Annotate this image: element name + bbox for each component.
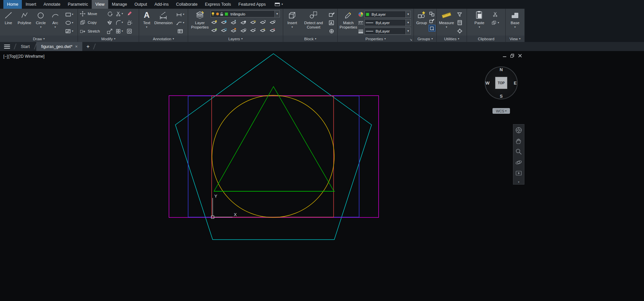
mirror-button[interactable] [105, 18, 114, 27]
menu-tab-addins[interactable]: Add-ins [151, 0, 172, 9]
viewport-view-control[interactable]: [Top] [8, 54, 17, 59]
panel-label-groups[interactable]: Groups▾ [414, 36, 436, 42]
yellow-circle[interactable] [212, 95, 334, 217]
layer-unisolate-button[interactable] [220, 28, 227, 33]
move-button[interactable]: Move [79, 11, 105, 17]
new-tab-button[interactable]: + [82, 42, 93, 51]
layer-combo[interactable]: triângulo ▼ [211, 10, 280, 17]
viewcube-east[interactable]: E [514, 81, 517, 86]
panel-label-layers[interactable]: Layers▾ [188, 36, 283, 42]
trim-button[interactable]: ▾ [114, 10, 125, 18]
menu-icon[interactable] [0, 42, 14, 51]
erase-button[interactable] [125, 10, 134, 18]
navigation-wheel-icon[interactable] [515, 127, 522, 134]
menu-tab-featured-apps[interactable]: Featured Apps [235, 0, 269, 9]
array-button[interactable]: ▾ [114, 27, 125, 36]
panel-label-clipboard[interactable]: Clipboard [467, 36, 505, 42]
layer-freeze-button[interactable] [230, 20, 237, 25]
line-button[interactable]: Line [1, 9, 16, 36]
explode-button[interactable] [125, 18, 134, 27]
menu-tab-manage[interactable]: Manage [108, 0, 131, 9]
menu-tab-output[interactable]: Output [131, 0, 151, 9]
viewcube-top-face[interactable]: TOP [495, 77, 507, 89]
pan-icon[interactable] [515, 137, 522, 145]
viewcube-west[interactable]: W [485, 81, 489, 86]
quick-select-button[interactable] [455, 10, 464, 18]
viewcube-south[interactable]: S [485, 94, 518, 99]
lineweight-combo[interactable]: ByLayer ▼ [364, 28, 411, 35]
rotate-button[interactable] [105, 10, 114, 18]
circle-button[interactable]: Circle ▾ [33, 9, 49, 36]
layer-previous-button[interactable] [250, 28, 256, 33]
layer-state-button[interactable] [269, 20, 276, 25]
viewport-visual-style-control[interactable]: [2D Wireframe] [17, 54, 45, 59]
offset-button[interactable] [125, 27, 134, 36]
copy-button[interactable]: Copy [79, 19, 105, 26]
cyan-pentagon[interactable] [175, 54, 372, 240]
dialog-launcher-icon[interactable]: ↘ [410, 38, 412, 41]
block-create-button[interactable] [327, 27, 336, 35]
zoom-icon[interactable] [515, 148, 522, 155]
id-point-button[interactable] [455, 27, 464, 35]
viewport-minimize-control[interactable]: [−] [3, 54, 8, 59]
menu-tab-view[interactable]: View [92, 0, 108, 9]
panel-label-annotation[interactable]: Annotation▾ [139, 36, 188, 42]
quick-calc-button[interactable] [455, 18, 464, 27]
panel-label-block[interactable]: Block▾ [283, 36, 337, 42]
linear-dimension-button[interactable]: ▾ [174, 10, 187, 18]
panel-label-draw[interactable]: Draw▾ [0, 36, 78, 42]
layer-lock-button[interactable] [240, 20, 247, 25]
panel-label-utilities[interactable]: Utilities▾ [437, 36, 467, 42]
copy-clip-button[interactable]: ▾ [489, 18, 501, 27]
rectangle-button[interactable]: ▾ [62, 10, 77, 18]
viewcube[interactable]: N S W E TOP [485, 66, 518, 99]
text-button[interactable]: A Text ▾ [140, 9, 153, 36]
define-attributes-button[interactable] [327, 18, 336, 27]
menu-tab-parametric[interactable]: Parametric [64, 0, 92, 9]
group-button[interactable]: Group [415, 9, 428, 36]
leader-button[interactable]: ▾ [174, 18, 187, 27]
menu-tab-insert[interactable]: Insert [22, 0, 40, 9]
file-tab-start[interactable]: Start [16, 42, 34, 51]
layer-match-button[interactable] [250, 20, 256, 25]
panel-label-properties[interactable]: Properties▾ ↘ [338, 36, 414, 42]
layer-walk-button[interactable] [259, 20, 266, 25]
wcs-dropdown[interactable]: WCS ▾ [492, 108, 510, 114]
linetype-combo[interactable]: ByLayer ▼ [364, 19, 411, 26]
group-edit-button[interactable] [428, 17, 435, 25]
layer-unlock-button[interactable] [240, 28, 247, 33]
layer-delete-button[interactable] [269, 28, 276, 33]
group-selection-toggle[interactable] [429, 25, 435, 32]
minimize-icon[interactable] [503, 54, 507, 58]
layer-on-all-button[interactable] [211, 28, 217, 33]
hatch-button[interactable]: ▾ [62, 27, 77, 35]
ungroup-button[interactable] [428, 10, 435, 17]
close-tab-icon[interactable]: × [75, 44, 78, 49]
detect-convert-button[interactable]: Detect and Convert [300, 9, 327, 36]
insert-button[interactable]: Insert ▾ [284, 9, 300, 36]
layer-isolate-button[interactable] [220, 20, 227, 25]
menu-tab-annotate[interactable]: Annotate [40, 0, 64, 9]
orbit-icon[interactable] [515, 159, 522, 166]
panel-label-view[interactable]: View▾ [506, 36, 524, 42]
layer-properties-button[interactable]: Layer Properties [189, 9, 211, 36]
dimension-button[interactable]: Dimension [153, 9, 174, 36]
ribbon-display-toggle[interactable]: ▾ [275, 0, 283, 9]
red-rectangle[interactable] [212, 96, 334, 217]
chevron-down-icon[interactable]: ▾ [518, 181, 519, 184]
fillet-button[interactable]: ▾ [114, 18, 125, 27]
panel-label-modify[interactable]: Modify▾ [78, 36, 139, 42]
drawing-canvas[interactable]: Y X [−] [Top] [2D Wireframe] N S W E TOP… [0, 51, 644, 301]
layer-merge-button[interactable] [259, 28, 266, 33]
base-button[interactable]: Base ▾ [507, 9, 523, 36]
object-color-combo[interactable]: ByLayer ▼ [364, 11, 411, 18]
restore-icon[interactable] [510, 54, 514, 58]
menu-tab-express-tools[interactable]: Express Tools [201, 0, 235, 9]
match-properties-button[interactable]: Match Properties [339, 9, 358, 36]
measure-button[interactable]: Measure ▾ [438, 9, 455, 36]
layer-off-button[interactable] [211, 20, 217, 25]
menu-tab-home[interactable]: Home [3, 0, 22, 9]
paste-button[interactable]: Paste ▾ [471, 9, 487, 36]
polyline-button[interactable]: Polyline [16, 9, 33, 36]
scale-button[interactable] [105, 27, 114, 36]
